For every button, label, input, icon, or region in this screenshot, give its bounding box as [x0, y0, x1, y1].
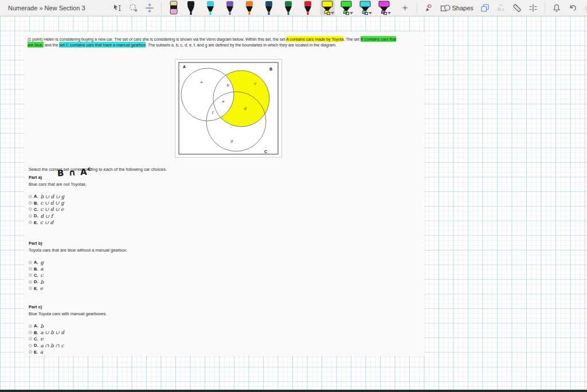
- option-expression: a: [40, 349, 43, 355]
- option-row: B. a: [29, 265, 127, 272]
- radio-button[interactable]: [29, 207, 32, 211]
- option-expression: a ∪ b ∪ d: [41, 330, 64, 335]
- radio-button[interactable]: [29, 221, 32, 224]
- highlighter-green[interactable]: [339, 0, 354, 15]
- set-label-B: B: [269, 67, 272, 71]
- question-plain-text: . The subsets a, b, c, d, e, f, and g ar…: [146, 42, 336, 48]
- radio-button[interactable]: [29, 350, 32, 354]
- highlighter-dropdown[interactable]: [346, 12, 353, 15]
- radio-button[interactable]: [29, 195, 32, 198]
- shapes-icon: [440, 3, 451, 13]
- radio-button[interactable]: [29, 287, 32, 290]
- question-line1: (1 point) Helen is considering buying a …: [28, 36, 423, 42]
- ink-to-text-icon: a a: [496, 3, 506, 13]
- pen-navy[interactable]: [261, 0, 276, 15]
- radio-button[interactable]: [29, 344, 32, 347]
- redo-button[interactable]: [582, 1, 587, 15]
- option-row: A. g: [29, 259, 127, 265]
- option-row: C. e: [29, 336, 107, 342]
- option-letter: D.: [34, 279, 38, 284]
- shapes-button[interactable]: Shapes: [438, 1, 476, 15]
- ruler-tool[interactable]: [510, 1, 524, 15]
- highlighter-dropdown[interactable]: [365, 12, 372, 15]
- part-c: Part c) Blue Toyota cars with manual gea…: [29, 304, 107, 355]
- venn-diagram: A B C a b c d e f g: [175, 59, 282, 158]
- bottom-edge-bar: [0, 390, 587, 392]
- divider: [545, 3, 545, 13]
- undo-button[interactable]: [566, 1, 580, 15]
- eraser-icon: [168, 1, 179, 15]
- duplicate-tool[interactable]: [478, 1, 492, 15]
- region-label-a: a: [200, 80, 202, 84]
- lasso-add-tool[interactable]: [127, 1, 140, 15]
- option-expression: c ∪ d ∪ g: [41, 200, 64, 206]
- text-select-tool[interactable]: [111, 1, 124, 15]
- shapes-label: Shapes: [452, 5, 473, 11]
- question-plain-text: (1 point) Helen is considering buying a …: [28, 36, 286, 42]
- pen-icon: [185, 1, 197, 15]
- snap-grid-tool[interactable]: [526, 1, 540, 15]
- pen-green[interactable]: [281, 0, 296, 15]
- highlight-green: are blue,: [28, 42, 44, 48]
- whiteboard-canvas[interactable]: (1 point) Helen is considering buying a …: [0, 16, 587, 392]
- svg-text:a: a: [497, 5, 501, 11]
- part-description: Blue Toyota cars with manual gearboxes.: [29, 311, 107, 316]
- radio-button[interactable]: [29, 267, 32, 271]
- toolbar: Numerade » New Section 3: [0, 0, 587, 16]
- option-row: D. a ∩ b ∩ c: [29, 342, 107, 348]
- notifications-button[interactable]: [550, 1, 563, 15]
- option-letter: A.: [34, 323, 38, 328]
- ink-to-shape-tool[interactable]: [422, 1, 436, 15]
- add-button[interactable]: +: [398, 1, 412, 15]
- highlight-green: B contains cars that: [361, 36, 396, 42]
- part-label: Part b): [29, 241, 127, 246]
- highlighter-dropdown[interactable]: [383, 12, 391, 15]
- duplicate-icon: [480, 3, 490, 13]
- pen-black[interactable]: [183, 0, 198, 15]
- option-row: D. b: [29, 279, 127, 285]
- option-expression: b: [41, 323, 44, 329]
- radio-button[interactable]: [29, 331, 32, 334]
- radio-button[interactable]: [29, 261, 32, 264]
- pen-sky[interactable]: [203, 0, 218, 15]
- option-row: E. c ∪ d: [29, 219, 87, 226]
- chevron-down-icon: [331, 12, 334, 14]
- option-letter: B.: [34, 201, 38, 206]
- radio-button[interactable]: [29, 201, 32, 205]
- eraser-tool[interactable]: [166, 0, 181, 15]
- highlighter-magenta[interactable]: [377, 0, 392, 15]
- pen-purple[interactable]: [222, 0, 237, 15]
- pen-icon: [243, 1, 256, 15]
- highlighter-yellow[interactable]: [320, 0, 335, 15]
- options-list: A. b ∪ d ∪ g B. c ∪ d ∪ g C. c ∪ d ∪ e D…: [29, 193, 87, 226]
- radio-button[interactable]: [29, 324, 32, 328]
- pen-icon: [302, 1, 314, 15]
- ink-to-text-tool[interactable]: a a: [494, 1, 508, 15]
- divider: [417, 3, 417, 13]
- option-expression: e: [41, 336, 44, 342]
- radio-button[interactable]: [29, 280, 32, 284]
- bell-icon: [552, 3, 561, 13]
- pen-icon: [282, 1, 295, 15]
- pen-red[interactable]: [300, 0, 315, 15]
- pen-orange[interactable]: [242, 0, 257, 15]
- option-row: E. e: [29, 285, 127, 292]
- highlighter-dropdown[interactable]: [327, 12, 334, 15]
- option-letter: B.: [34, 266, 38, 272]
- chevron-down-icon: [388, 12, 391, 14]
- radio-button[interactable]: [29, 337, 32, 340]
- radio-button[interactable]: [29, 273, 32, 277]
- highlighter-cyan[interactable]: [358, 0, 373, 15]
- part-b: Part b) Toyota cars that are blue withou…: [29, 241, 127, 292]
- option-letter: A.: [34, 194, 38, 199]
- pen-icon: [263, 1, 275, 15]
- option-row: B. c ∪ d ∪ g: [29, 199, 87, 206]
- part-label: Part c): [29, 304, 107, 309]
- radio-button[interactable]: [29, 214, 32, 218]
- insert-space-tool[interactable]: [143, 1, 156, 15]
- pen-icon: [224, 1, 236, 15]
- option-expression: c: [41, 272, 44, 278]
- option-letter: D.: [34, 343, 38, 348]
- option-letter: E.: [34, 286, 38, 291]
- option-letter: D.: [34, 213, 38, 218]
